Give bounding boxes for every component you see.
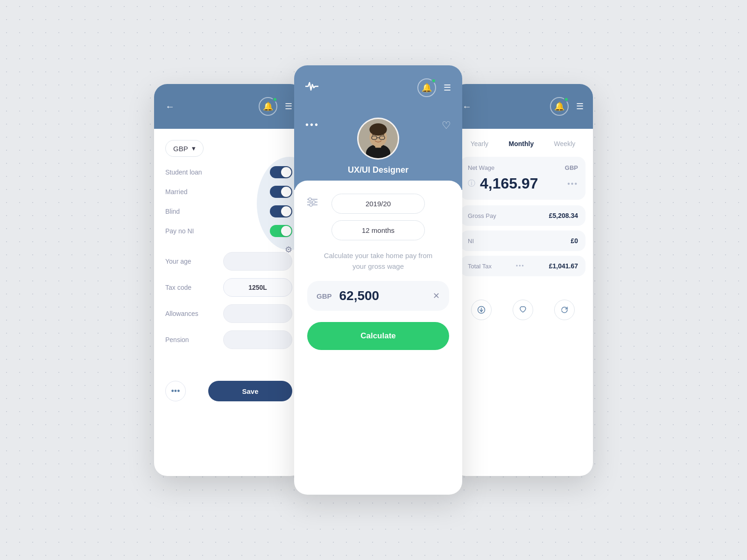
student-loan-label: Student loan (165, 168, 202, 176)
ni-label: NI (468, 238, 474, 245)
notification-dot (564, 97, 569, 102)
age-label: Your age (165, 258, 191, 265)
center-header-right: 🔔 ☰ (417, 78, 451, 97)
currency-selector[interactable]: GBP ▾ (165, 140, 204, 157)
favorite-button[interactable] (513, 300, 533, 320)
ni-card: NI £0 (460, 231, 585, 251)
center-card: 🔔 ☰ ••• (294, 65, 462, 495)
pay-no-ni-toggle[interactable] (270, 225, 292, 237)
chevron-down-icon: ▾ (192, 144, 196, 153)
tab-weekly[interactable]: Weekly (550, 138, 579, 149)
net-wage-amount: 4,165.97 (480, 175, 563, 192)
bell-icon: 🔔 (554, 101, 564, 112)
amount-currency: GBP (317, 292, 332, 300)
age-row: Your age (165, 252, 292, 271)
net-wage-card: Net Wage GBP ⓘ 4,165.97 ••• (460, 157, 585, 200)
svg-point-4 (369, 123, 387, 135)
pension-input[interactable] (223, 330, 292, 349)
profile-section: ••• (294, 110, 462, 190)
right-header-right: 🔔 ☰ (550, 97, 584, 116)
right-footer (453, 290, 593, 331)
married-label: Married (165, 188, 187, 196)
pay-no-ni-label: Pay no NI (165, 227, 194, 235)
refresh-button[interactable] (554, 300, 575, 320)
svg-point-12 (312, 201, 315, 203)
bell-icon: 🔔 (263, 101, 273, 112)
calc-description: Calculate your take home pay fromyour gr… (307, 251, 449, 272)
total-tax-label: Total Tax (468, 263, 492, 270)
right-notification-bell[interactable]: 🔔 (550, 97, 569, 116)
blind-toggle[interactable] (270, 205, 292, 217)
blind-label: Blind (165, 208, 180, 215)
net-wage-currency: GBP (565, 164, 578, 171)
profile-title: UX/UI Designer (348, 165, 409, 175)
right-menu-icon[interactable]: ☰ (576, 101, 584, 112)
married-toggle[interactable] (270, 186, 292, 198)
screens-container: ← 🔔 ☰ GBP ▾ Student loan Married (154, 65, 593, 495)
back-button[interactable]: ← (165, 101, 175, 112)
pay-no-ni-row: Pay no NI (165, 225, 292, 237)
notification-bell[interactable]: 🔔 (259, 97, 277, 116)
save-button[interactable]: Save (208, 381, 292, 401)
left-header: ← 🔔 ☰ (154, 84, 303, 129)
tax-code-input[interactable]: 1250L (223, 278, 292, 297)
allowances-input[interactable] (223, 304, 292, 323)
heart-icon[interactable]: ♡ (442, 119, 451, 132)
pension-row: Pension (165, 330, 292, 349)
net-wage-top: Net Wage GBP (468, 164, 578, 171)
right-back-button[interactable]: ← (462, 101, 472, 112)
total-tax-dots: ••• (516, 263, 525, 269)
allowances-row: Allowances (165, 304, 292, 323)
months-pill[interactable]: 12 months (331, 220, 425, 240)
more-button[interactable]: ••• (165, 381, 186, 401)
net-wage-bottom: ⓘ 4,165.97 ••• (468, 175, 578, 192)
married-row: Married (165, 186, 292, 198)
center-filter-icon[interactable] (307, 197, 317, 209)
more-icon: ••• (171, 386, 180, 396)
pension-label: Pension (165, 336, 189, 343)
total-tax-card: Total Tax ••• £1,041.67 (460, 256, 585, 276)
svg-point-11 (309, 198, 311, 201)
menu-icon[interactable]: ☰ (285, 101, 292, 112)
tab-monthly[interactable]: Monthly (505, 138, 538, 149)
left-footer: ••• Save (154, 371, 303, 414)
profile-options-icon[interactable]: ••• (305, 119, 319, 130)
calculate-button[interactable]: Calculate (307, 322, 449, 350)
left-header-right: 🔔 ☰ (259, 97, 292, 116)
amount-input-row[interactable]: GBP 62,500 ✕ (307, 281, 449, 311)
tax-code-label: Tax code (165, 284, 191, 291)
total-tax-value: £1,041.67 (549, 262, 578, 270)
gross-pay-card: Gross Pay £5,208.34 (460, 205, 585, 226)
student-loan-row: Student loan (165, 166, 292, 178)
allowances-label: Allowances (165, 310, 198, 317)
download-button[interactable] (471, 300, 492, 320)
right-card: ← 🔔 ☰ Yearly Monthly Weekly Net Wage GB (453, 84, 593, 476)
period-tabs: Yearly Monthly Weekly (460, 138, 585, 149)
left-body: GBP ▾ Student loan Married Blind Pay no … (154, 129, 303, 368)
tab-yearly[interactable]: Yearly (467, 138, 492, 149)
gross-pay-label: Gross Pay (468, 212, 496, 219)
info-icon[interactable]: ⓘ (468, 179, 475, 189)
clear-button[interactable]: ✕ (433, 291, 440, 301)
amount-value[interactable]: 62,500 (339, 288, 433, 303)
notification-dot (273, 97, 277, 102)
center-header: 🔔 ☰ (294, 65, 462, 110)
right-body: Yearly Monthly Weekly Net Wage GBP ⓘ 4,1… (453, 129, 593, 290)
notification-dot (431, 78, 436, 83)
gross-pay-value: £5,208.34 (549, 212, 578, 219)
right-header: ← 🔔 ☰ (453, 84, 593, 129)
left-card: ← 🔔 ☰ GBP ▾ Student loan Married (154, 84, 303, 476)
net-wage-label: Net Wage (468, 164, 494, 171)
blind-row: Blind (165, 205, 292, 217)
center-notification-bell[interactable]: 🔔 (417, 78, 436, 97)
tax-code-row: Tax code 1250L (165, 278, 292, 297)
svg-point-13 (310, 203, 312, 206)
center-body: 2019/20 12 months Calculate your take ho… (294, 181, 462, 350)
avatar (357, 118, 399, 160)
age-input[interactable] (223, 252, 292, 271)
center-menu-icon[interactable]: ☰ (444, 83, 451, 93)
net-wage-more[interactable]: ••• (567, 180, 578, 188)
currency-label: GBP (173, 145, 188, 153)
student-loan-toggle[interactable] (270, 166, 292, 178)
year-pill[interactable]: 2019/20 (331, 194, 425, 214)
